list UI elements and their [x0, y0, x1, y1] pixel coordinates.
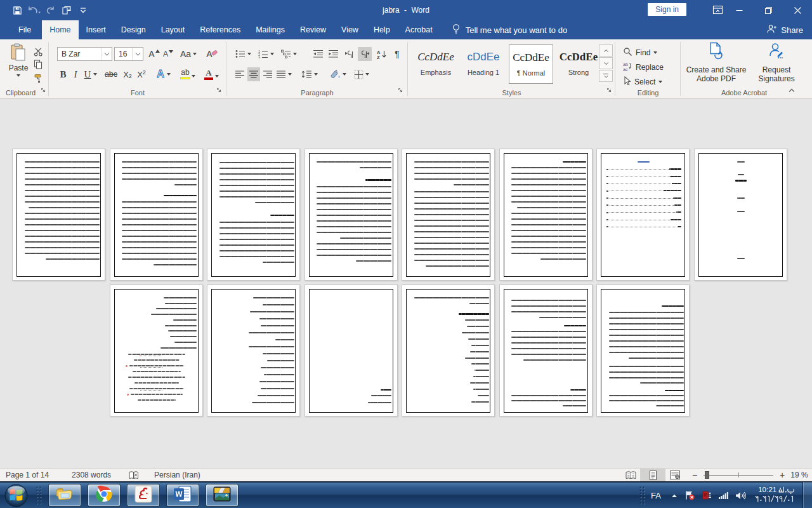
- page-thumbnail-r2c3[interactable]: [207, 284, 300, 417]
- copy-icon[interactable]: [32, 59, 44, 69]
- borders-icon[interactable]: [351, 67, 372, 81]
- language-bar[interactable]: FA: [651, 491, 661, 500]
- volume-icon[interactable]: [735, 491, 746, 500]
- read-mode-icon[interactable]: [622, 469, 640, 481]
- proofing-icon[interactable]: [123, 469, 145, 481]
- tab-references[interactable]: References: [192, 20, 248, 39]
- zoom-out-button[interactable]: −: [690, 470, 699, 480]
- taskbar-app-roya[interactable]: [127, 484, 160, 507]
- replace-button[interactable]: abacReplace: [623, 62, 664, 73]
- taskbar-app-word[interactable]: [166, 484, 199, 507]
- restore-icon[interactable]: [754, 0, 783, 20]
- styles-dialog-launcher-icon[interactable]: [606, 85, 613, 97]
- font-size-combo[interactable]: 16: [114, 47, 143, 61]
- word-count[interactable]: 2308 words: [66, 469, 117, 481]
- create-share-pdf-button[interactable]: Create and Share Adobe PDF: [681, 42, 752, 83]
- page-thumbnail-r1c7[interactable]: [596, 149, 690, 281]
- line-spacing-icon[interactable]: [299, 67, 320, 81]
- tab-acrobat[interactable]: Acrobat: [398, 20, 440, 39]
- bold-icon[interactable]: B: [57, 67, 69, 81]
- print-layout-icon[interactable]: [640, 469, 665, 481]
- web-layout-icon[interactable]: [665, 469, 684, 481]
- sign-in-button[interactable]: Sign in: [648, 3, 686, 16]
- request-signatures-button[interactable]: Request Signatures: [752, 42, 801, 83]
- ribbon-display-options-icon[interactable]: [712, 4, 723, 18]
- network-icon[interactable]: [718, 491, 729, 500]
- save-icon[interactable]: [9, 3, 25, 18]
- share-button[interactable]: Share: [766, 20, 803, 39]
- cut-icon[interactable]: [32, 47, 44, 57]
- close-icon[interactable]: [783, 0, 812, 20]
- change-case-icon[interactable]: Aa: [179, 47, 198, 61]
- tell-me-box[interactable]: Tell me what you want to do: [452, 20, 567, 39]
- taskbar-app-explorer[interactable]: [48, 484, 81, 507]
- multilevel-icon[interactable]: [279, 47, 298, 61]
- bullets-icon[interactable]: [233, 47, 252, 61]
- zoom-in-button[interactable]: +: [778, 470, 787, 480]
- touch-mode-icon[interactable]: [58, 3, 75, 18]
- italic-icon[interactable]: I: [70, 67, 81, 81]
- styles-more-icon[interactable]: [599, 70, 613, 82]
- justify-icon[interactable]: [275, 67, 293, 81]
- tab-layout[interactable]: Layout: [154, 20, 193, 39]
- sort-icon[interactable]: AZ: [374, 47, 390, 61]
- text-effects-icon[interactable]: A: [154, 67, 173, 81]
- zoom-slider[interactable]: [704, 469, 773, 481]
- pilcrow-icon[interactable]: ¶: [391, 47, 403, 61]
- page-thumbnail-r2c6[interactable]: [499, 284, 593, 417]
- shading-icon[interactable]: [328, 67, 348, 81]
- tab-insert[interactable]: Insert: [79, 20, 114, 39]
- page-thumbnail-r1c3[interactable]: [207, 149, 300, 281]
- zoom-level[interactable]: 19 %: [787, 471, 812, 479]
- page-thumbnail-r1c4[interactable]: [304, 149, 398, 281]
- tab-file[interactable]: File: [8, 20, 42, 39]
- styles-scroll-down-icon[interactable]: [599, 57, 613, 69]
- zoom-slider-thumb[interactable]: [705, 471, 709, 479]
- page-thumbnail-r2c4[interactable]: [304, 284, 398, 417]
- show-desktop-button[interactable]: [802, 482, 812, 508]
- outdent-icon[interactable]: [311, 47, 325, 61]
- minimize-icon[interactable]: [724, 0, 754, 20]
- grow-font-icon[interactable]: A: [148, 47, 160, 61]
- style-heading-1[interactable]: cDdEeHeading 1: [461, 44, 506, 84]
- taskbar-app-media[interactable]: [206, 484, 239, 507]
- indent-icon[interactable]: [326, 47, 340, 61]
- numbering-icon[interactable]: 123: [256, 47, 275, 61]
- find-button[interactable]: Find: [623, 47, 657, 58]
- align-left-icon[interactable]: [233, 67, 246, 81]
- underline-icon[interactable]: U: [82, 67, 100, 81]
- styles-scroll-up-icon[interactable]: [599, 44, 613, 57]
- page-thumbnail-r1c1[interactable]: [12, 149, 105, 281]
- tab-design[interactable]: Design: [114, 20, 154, 39]
- shrink-font-icon[interactable]: A: [162, 47, 174, 61]
- font-color-icon[interactable]: A: [199, 67, 219, 81]
- align-right-icon[interactable]: [261, 67, 274, 81]
- tab-mailings[interactable]: Mailings: [248, 20, 292, 39]
- taskbar-app-chrome[interactable]: [88, 484, 121, 507]
- style-strong[interactable]: CcDdEeStrong: [556, 44, 601, 84]
- strikethrough-icon[interactable]: abc: [103, 67, 119, 81]
- tab-help[interactable]: Help: [366, 20, 398, 39]
- start-button[interactable]: [4, 483, 29, 508]
- format-painter-icon[interactable]: [32, 73, 44, 83]
- page-thumbnail-r1c6[interactable]: [499, 149, 593, 281]
- page-thumbnail-r2c2[interactable]: [110, 284, 203, 417]
- taskbar-clock[interactable]: 10:21: [754, 485, 795, 506]
- font-dialog-launcher-icon[interactable]: [216, 85, 223, 97]
- page-thumbnail-r2c5[interactable]: [402, 284, 495, 417]
- clear-formatting-icon[interactable]: A: [204, 47, 221, 61]
- page-thumbnail-r1c2[interactable]: [110, 149, 203, 281]
- font-name-combo[interactable]: B Zar: [57, 47, 112, 61]
- highlight-icon[interactable]: ab: [175, 67, 195, 81]
- tab-review[interactable]: Review: [292, 20, 334, 39]
- page-indicator[interactable]: Page 1 of 14: [0, 469, 55, 481]
- action-center-icon[interactable]: [684, 490, 695, 500]
- redo-icon[interactable]: [42, 3, 58, 18]
- style--normal[interactable]: CcDdEe¶ Normal: [509, 44, 553, 84]
- document-canvas[interactable]: [0, 100, 812, 468]
- ltr-icon[interactable]: [343, 47, 357, 61]
- tab-home[interactable]: Home: [42, 20, 78, 39]
- align-center-icon[interactable]: [247, 67, 260, 81]
- superscript-icon[interactable]: X2: [135, 67, 148, 81]
- undo-icon[interactable]: [25, 3, 42, 18]
